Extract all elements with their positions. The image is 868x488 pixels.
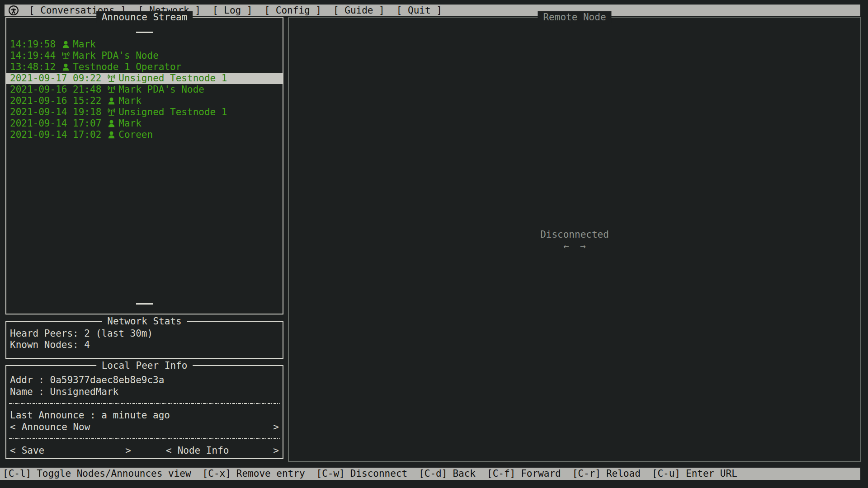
announce-now-button[interactable]: <Announce Now> bbox=[10, 421, 279, 433]
menu-item-log[interactable]: [ Log ] bbox=[212, 5, 253, 16]
menu-item-quit[interactable]: [ Quit ] bbox=[396, 5, 442, 16]
shortcut-action: Reload bbox=[606, 468, 641, 480]
shortcut-c-x: [C-x] Remove entry bbox=[203, 468, 305, 480]
back-arrow-button[interactable]: ← bbox=[563, 241, 569, 252]
scroll-indicator-top bbox=[136, 32, 153, 33]
person-icon bbox=[107, 96, 116, 106]
announce-entry[interactable]: 14:19:44 Mark PDA's Node bbox=[6, 50, 283, 61]
node-info-label: Node Info bbox=[178, 445, 229, 456]
announce-timestamp: 2021-09-17 09:22 bbox=[10, 73, 101, 84]
shortcut-keys: [C-r] bbox=[572, 468, 601, 480]
shortcut-keys: [C-l] bbox=[3, 468, 31, 480]
announce-name: Coreen bbox=[118, 129, 153, 141]
node-icon bbox=[61, 51, 71, 61]
local-peer-info-panel: Local Peer Info Addr : 0a59377daec8eb8e9… bbox=[5, 365, 283, 459]
person-icon bbox=[61, 40, 71, 50]
known-nodes-stat: Known Nodes: 4 bbox=[10, 339, 279, 351]
node-icon bbox=[107, 85, 116, 95]
divider bbox=[6, 398, 283, 409]
announce-name: Mark bbox=[118, 118, 142, 129]
announce-entry[interactable]: 2021-09-14 19:18 Unsigned Testnode 1 bbox=[6, 107, 283, 118]
button-bracket-right: > bbox=[273, 421, 279, 433]
shortcut-action: Disconnect bbox=[350, 468, 407, 480]
button-bracket-right: > bbox=[273, 445, 279, 456]
menu-item-guide[interactable]: [ Guide ] bbox=[333, 5, 385, 16]
announce-name: Unsigned Testnode 1 bbox=[118, 107, 227, 118]
scroll-indicator-bottom bbox=[136, 303, 153, 305]
announce-entry[interactable]: 2021-09-14 17:02 Coreen bbox=[6, 129, 283, 141]
announce-timestamp: 2021-09-16 15:22 bbox=[10, 95, 101, 107]
terminal-screen: [ Conversations ][ Network ][ Log ][ Con… bbox=[0, 0, 868, 488]
shortcut-action: Toggle Nodes/Announces view bbox=[37, 468, 191, 480]
button-bracket-right: > bbox=[125, 445, 131, 456]
button-bracket-left: < bbox=[10, 445, 16, 456]
announce-entry[interactable]: 13:48:12 Testnode 1 Operator bbox=[6, 61, 283, 73]
shortcut-keys: [C-u] bbox=[652, 468, 680, 480]
person-icon bbox=[61, 62, 71, 72]
announce-stream-title: Announce Stream bbox=[96, 11, 193, 23]
remote-node-title: Remote Node bbox=[538, 11, 611, 23]
status-bar: [C-l] Toggle Nodes/Announces view [C-x] … bbox=[0, 468, 860, 480]
peer-name: Name : UnsignedMark bbox=[6, 386, 283, 398]
menu-items: [ Conversations ][ Network ][ Log ][ Con… bbox=[29, 5, 442, 16]
announce-stream-panel: Announce Stream 14:19:58 Mark 14:19:44 bbox=[5, 17, 283, 314]
announce-timestamp: 13:48:12 bbox=[10, 61, 56, 73]
shortcut-action: Remove entry bbox=[236, 468, 305, 480]
announce-entry[interactable]: 2021-09-14 17:07 Mark bbox=[6, 118, 283, 129]
announce-timestamp: 2021-09-16 21:48 bbox=[10, 84, 101, 95]
announce-timestamp: 2021-09-14 17:07 bbox=[10, 118, 101, 129]
announce-name: Mark bbox=[73, 39, 96, 50]
shortcut-c-f: [C-f] Forward bbox=[487, 468, 561, 480]
shortcut-action: Enter URL bbox=[686, 468, 737, 480]
announce-entry[interactable]: 14:19:58 Mark bbox=[6, 39, 283, 50]
divider bbox=[6, 433, 283, 445]
shortcut-c-l: [C-l] Toggle Nodes/Announces view bbox=[3, 468, 191, 480]
announce-now-label: Announce Now bbox=[22, 421, 90, 433]
announce-name: Mark bbox=[118, 95, 142, 107]
shortcut-c-u: [C-u] Enter URL bbox=[652, 468, 737, 480]
announce-name: Mark PDA's Node bbox=[118, 84, 204, 95]
shortcut-c-w: [C-w] Disconnect bbox=[316, 468, 408, 480]
announce-timestamp: 14:19:58 bbox=[10, 39, 56, 50]
shortcut-keys: [C-w] bbox=[316, 468, 345, 480]
button-bracket-left: < bbox=[166, 445, 172, 456]
announce-timestamp: 2021-09-14 17:02 bbox=[10, 129, 101, 141]
shortcut-keys: [C-d] bbox=[419, 468, 447, 480]
shortcut-action: Forward bbox=[521, 468, 561, 480]
node-icon bbox=[107, 74, 116, 84]
shortcut-list: [C-l] Toggle Nodes/Announces view [C-x] … bbox=[3, 468, 737, 480]
announce-name: Mark PDA's Node bbox=[73, 50, 159, 61]
shortcut-c-r: [C-r] Reload bbox=[572, 468, 641, 480]
announce-entry[interactable]: 2021-09-16 15:22 Mark bbox=[6, 95, 283, 107]
last-announce: Last Announce : a minute ago bbox=[6, 409, 283, 421]
connection-status: Disconnected bbox=[289, 229, 860, 240]
shortcut-action: Back bbox=[453, 468, 476, 480]
announce-entry[interactable]: 2021-09-16 21:48 Mark PDA's Node bbox=[6, 84, 283, 95]
node-info-button[interactable]: <Node Info> bbox=[166, 445, 279, 456]
person-icon bbox=[107, 130, 116, 140]
save-button[interactable]: <Save> bbox=[10, 445, 131, 456]
announce-timestamp: 14:19:44 bbox=[10, 50, 56, 61]
remote-node-panel: Remote Node Disconnected ←→ bbox=[288, 17, 861, 462]
announce-entry-list: 14:19:58 Mark 14:19:44 Mark PDA's Node bbox=[6, 39, 283, 141]
shortcut-c-d: [C-d] Back bbox=[419, 468, 476, 480]
heard-peers-stat: Heard Peers: 2 (last 30m) bbox=[10, 328, 279, 339]
forward-arrow-button[interactable]: → bbox=[580, 241, 586, 252]
network-stats-panel: Network Stats Heard Peers: 2 (last 30m) … bbox=[5, 321, 283, 359]
peer-address: Addr : 0a59377daec8eb8e9c3a bbox=[6, 374, 283, 386]
node-icon bbox=[107, 108, 116, 117]
button-bracket-left: < bbox=[10, 421, 16, 433]
announce-timestamp: 2021-09-14 19:18 bbox=[10, 107, 101, 118]
shortcut-keys: [C-f] bbox=[487, 468, 515, 480]
announce-name: Testnode 1 Operator bbox=[73, 61, 181, 73]
save-label: Save bbox=[22, 445, 45, 456]
reticulum-logo-icon bbox=[8, 5, 19, 16]
announce-name: Unsigned Testnode 1 bbox=[118, 73, 227, 84]
network-stats-title: Network Stats bbox=[102, 315, 187, 327]
menu-item-config[interactable]: [ Config ] bbox=[264, 5, 321, 16]
shortcut-keys: [C-x] bbox=[203, 468, 231, 480]
local-peer-info-title: Local Peer Info bbox=[96, 360, 193, 371]
announce-entry[interactable]: 2021-09-17 09:22 Unsigned Testnode 1 bbox=[6, 73, 283, 84]
person-icon bbox=[107, 119, 116, 129]
